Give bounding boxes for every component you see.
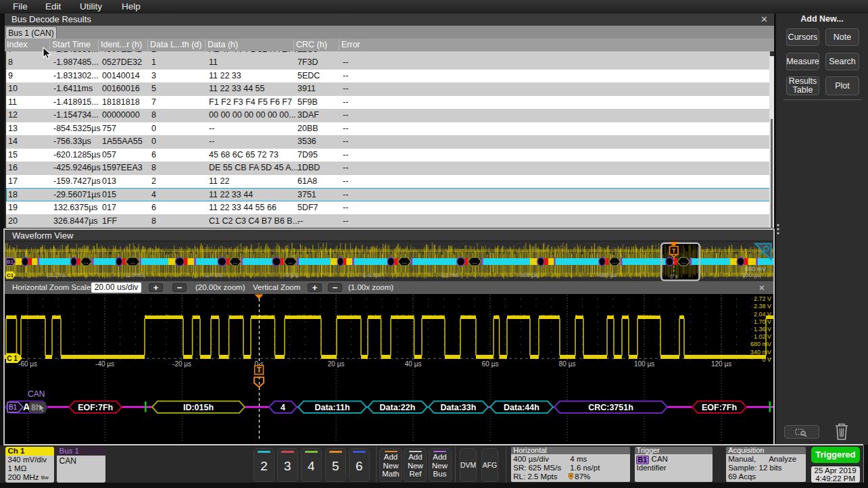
svg-text:680 mV: 680 mV xyxy=(745,266,766,272)
svg-text:T: T xyxy=(257,366,262,374)
svg-text:CAN: CAN xyxy=(28,389,45,399)
svg-text:-400 µs: -400 µs xyxy=(596,272,617,278)
svg-text:-1.2 ms: -1.2 ms xyxy=(439,272,460,278)
svg-text:120 µs: 120 µs xyxy=(711,360,731,368)
svg-text:CRC:3751h: CRC:3751h xyxy=(588,403,633,412)
svg-text:...: ... xyxy=(402,259,407,265)
svg-text:C 1: C 1 xyxy=(7,355,18,362)
svg-text:ID:015h: ID:015h xyxy=(183,403,214,412)
svg-text:...: ... xyxy=(84,259,89,265)
svg-text:...: ... xyxy=(681,259,686,265)
svg-text:400 µs: 400 µs xyxy=(742,272,761,278)
svg-text:-60 µs: -60 µs xyxy=(18,360,37,368)
svg-text:C1: C1 xyxy=(7,272,14,278)
svg-text:Data:11h: Data:11h xyxy=(314,403,349,412)
svg-text:...: ... xyxy=(233,259,238,265)
svg-text:-800 µs: -800 µs xyxy=(518,272,539,278)
svg-text:T: T xyxy=(672,247,676,254)
svg-text:680 mV: 680 mV xyxy=(750,341,771,347)
svg-text:1.70 V: 1.70 V xyxy=(754,318,771,325)
svg-text:-1.6 ms: -1.6 ms xyxy=(360,272,381,278)
svg-text:2.72 V: 2.72 V xyxy=(754,295,771,302)
svg-text:20 µs: 20 µs xyxy=(328,360,345,368)
svg-text:40 µs: 40 µs xyxy=(405,360,422,368)
svg-text:Data:44h: Data:44h xyxy=(504,403,539,412)
svg-text:Data:33h: Data:33h xyxy=(441,403,477,412)
svg-text:340 mV: 340 mV xyxy=(750,349,771,356)
svg-text:-40 µs: -40 µs xyxy=(95,360,114,368)
svg-text:...: ... xyxy=(612,259,617,265)
svg-text:...: ... xyxy=(288,259,293,265)
svg-text:-3.2 ms: -3.2 ms xyxy=(46,272,67,278)
svg-text:60 µs: 60 µs xyxy=(482,360,499,368)
svg-text:B1: B1 xyxy=(7,259,14,265)
svg-text:2.38 V: 2.38 V xyxy=(754,303,771,310)
svg-text:100 µs: 100 µs xyxy=(634,360,654,368)
svg-text:-2.4 ms: -2.4 ms xyxy=(203,272,224,278)
svg-text:80 µs: 80 µs xyxy=(559,360,576,368)
svg-text:EOF:7Fh: EOF:7Fh xyxy=(702,403,737,412)
svg-text:-2.8 ms: -2.8 ms xyxy=(124,272,145,278)
svg-text:4: 4 xyxy=(281,403,285,412)
svg-text:...: ... xyxy=(130,259,135,265)
svg-text:EOF:7Fh: EOF:7Fh xyxy=(78,403,113,412)
svg-text:0 s: 0 s xyxy=(670,273,677,280)
svg-text:-2 ms: -2 ms xyxy=(284,272,299,278)
svg-text:1.36 V: 1.36 V xyxy=(754,326,771,333)
svg-text:-20 µs: -20 µs xyxy=(172,360,191,368)
svg-text:...: ... xyxy=(473,259,477,265)
svg-text:Data:22h: Data:22h xyxy=(380,403,416,412)
svg-text:B1: B1 xyxy=(9,404,18,411)
svg-text:1.02 V: 1.02 V xyxy=(754,333,771,340)
